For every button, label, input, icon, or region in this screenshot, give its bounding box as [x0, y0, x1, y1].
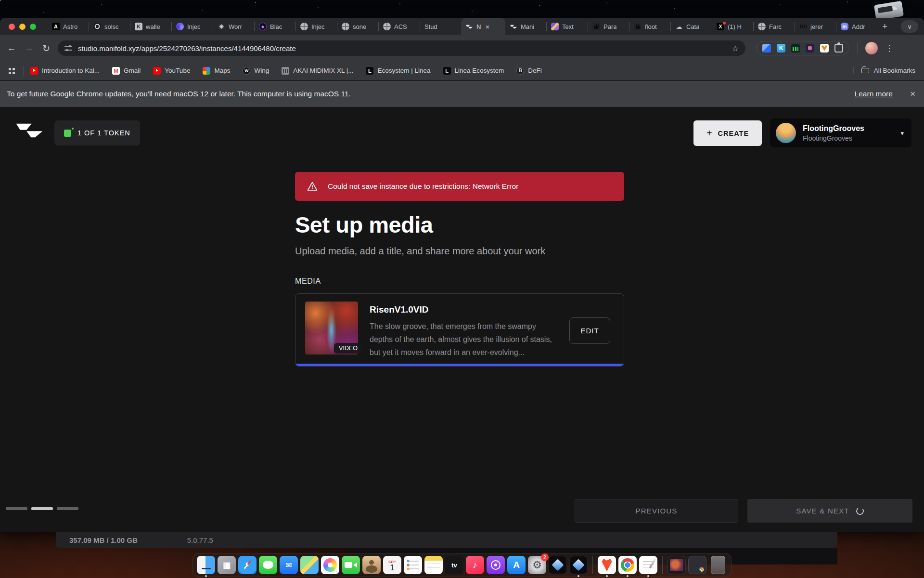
save-next-button[interactable]: SAVE & NEXT: [747, 499, 912, 523]
dock-chrome[interactable]: [618, 556, 637, 574]
bookmark-star-icon[interactable]: ☆: [732, 44, 739, 53]
tab-solsc[interactable]: solsc: [89, 18, 130, 35]
forward-icon[interactable]: →: [20, 43, 38, 53]
site-settings-icon[interactable]: [64, 44, 72, 52]
contacts-icon: [362, 556, 381, 574]
dock-safari[interactable]: [238, 556, 257, 574]
kaito-extension-icon[interactable]: [777, 44, 785, 53]
tab-blac[interactable]: ◆Blac: [255, 18, 295, 35]
tab-title: floot: [645, 23, 657, 30]
dock-window-dark[interactable]: [688, 556, 706, 574]
maps-icon: [300, 556, 319, 574]
chrome-menu-icon[interactable]: ⋮: [885, 43, 894, 53]
dock-finder[interactable]: [197, 556, 215, 574]
apps-grid-icon[interactable]: [8, 67, 15, 75]
create-button[interactable]: + CREATE: [693, 120, 762, 146]
media-description: The slow groove, that emerges from the s…: [370, 320, 560, 359]
navy-extension-icon[interactable]: [806, 44, 814, 53]
chart-extension-icon[interactable]: [791, 44, 800, 53]
media-card[interactable]: VIDEO RisenV1.0VID The slow groove, that…: [295, 293, 624, 367]
tab-search-button[interactable]: ∨: [901, 20, 918, 33]
reload-icon[interactable]: ↻: [38, 43, 55, 54]
previous-button[interactable]: PREVIOUS: [575, 499, 738, 523]
dock-uad-plugin-2[interactable]: [569, 556, 588, 574]
bookmark-maps[interactable]: Maps: [203, 67, 230, 75]
tab-worr[interactable]: ☀Worr: [213, 18, 254, 35]
dock-maps[interactable]: [300, 556, 319, 574]
dock-app-store[interactable]: A: [507, 556, 526, 574]
background-app-window[interactable]: 357.09 MB / 1.00 GB 5.0.77.5: [56, 532, 837, 548]
tab-text[interactable]: Text: [547, 18, 588, 35]
learn-more-link[interactable]: Learn more: [855, 90, 893, 98]
metamask-extension-icon[interactable]: [820, 44, 829, 53]
manifold-logo[interactable]: [14, 121, 44, 140]
dock-mail[interactable]: ✉: [280, 556, 298, 574]
dock-trash[interactable]: [709, 556, 727, 574]
dock-photos[interactable]: [321, 556, 339, 574]
bookmark-introduction-to-kal[interactable]: Introduction to Kal...: [30, 67, 100, 75]
tab-sone[interactable]: sone: [337, 18, 378, 35]
window-controls: [9, 24, 36, 30]
tab-cata[interactable]: ☁Cata: [671, 18, 712, 35]
dock-launchpad[interactable]: ▦: [218, 556, 236, 574]
tab-injec[interactable]: Injec: [296, 18, 337, 35]
tab-jerer[interactable]: jerer: [795, 18, 836, 35]
bookmark-defi[interactable]: BDeFi: [516, 67, 542, 75]
tab-para[interactable]: Para: [588, 18, 629, 35]
bookmark-label: Introduction to Kal...: [42, 67, 100, 74]
profile-avatar[interactable]: [865, 42, 878, 54]
tab-n[interactable]: N×: [461, 18, 505, 35]
media-thumbnail[interactable]: VIDEO: [305, 302, 358, 355]
url-text[interactable]: studio.manifold.xyz/apps/2524270263/inst…: [78, 44, 296, 53]
bookmark-ecosystem-linea[interactable]: LEcosystem | Linea: [366, 67, 430, 75]
dock-podcasts[interactable]: [487, 556, 505, 574]
bookmark-akai-midimix-xl[interactable]: AKAI MIDIMIX XL |...: [282, 67, 353, 75]
bookmark-linea-ecosystem[interactable]: LLinea Ecosystem: [443, 67, 504, 75]
bookmark-wing[interactable]: wWing: [243, 67, 269, 75]
dock-uad-plugin-1[interactable]: [549, 556, 567, 574]
edit-button[interactable]: EDIT: [569, 317, 610, 344]
launchpad-icon: ▦: [218, 556, 236, 574]
close-tab-icon[interactable]: ×: [485, 23, 489, 31]
dock-facetime[interactable]: [342, 556, 360, 574]
bookmark-gmail[interactable]: MGmail: [112, 67, 141, 75]
tab-mani[interactable]: Mani: [505, 18, 546, 35]
all-bookmarks-button[interactable]: All Bookmarks: [853, 67, 915, 74]
pencil-extension-icon[interactable]: [762, 44, 771, 53]
tab-farc[interactable]: Farc: [754, 18, 795, 35]
close-window-button[interactable]: [9, 24, 15, 30]
chevron-down-icon: ▾: [900, 130, 904, 137]
new-tab-button[interactable]: +: [882, 21, 887, 32]
tab-addr[interactable]: mAddr: [836, 18, 877, 35]
extensions-puzzle-icon[interactable]: [834, 44, 843, 53]
tab-1-h[interactable]: X(1) H: [712, 18, 753, 35]
hand-favicon: [592, 23, 600, 30]
dock-music[interactable]: ♪: [466, 556, 484, 574]
dock-apple-tv[interactable]: tv: [445, 556, 463, 574]
bookmark-youtube[interactable]: YouTube: [153, 67, 190, 75]
dock-calendar[interactable]: SEP1: [383, 556, 401, 574]
tab-injec[interactable]: Injec: [172, 18, 213, 35]
tab-stud[interactable]: Stud: [420, 18, 461, 35]
tab-title: sone: [353, 23, 366, 30]
dock-reminders[interactable]: [404, 556, 422, 574]
account-menu[interactable]: FlootingGrooves FlootingGrooves ▾: [770, 118, 911, 147]
zoom-window-button[interactable]: [30, 24, 36, 30]
tab-floot[interactable]: floot: [629, 18, 670, 35]
banner-close-icon[interactable]: ×: [910, 89, 915, 99]
dock-brave[interactable]: [598, 556, 616, 574]
dock-contacts[interactable]: [362, 556, 381, 574]
tab-acs[interactable]: ACS: [379, 18, 420, 35]
minimize-window-button[interactable]: [19, 24, 26, 30]
tab-astro[interactable]: AAstro: [48, 18, 89, 35]
dock-system-settings[interactable]: ⚙2: [528, 556, 546, 574]
tab-walle[interactable]: Kwalle: [130, 18, 171, 35]
bookmark-label: DeFi: [528, 67, 542, 74]
dock-notes[interactable]: [424, 556, 443, 574]
dock-messages[interactable]: [259, 556, 277, 574]
hand-favicon: [634, 23, 642, 30]
dock-textedit[interactable]: [639, 556, 657, 574]
back-icon[interactable]: ←: [3, 43, 20, 53]
address-bar[interactable]: studio.manifold.xyz/apps/2524270263/inst…: [58, 40, 745, 56]
dock-window-video[interactable]: [667, 556, 686, 574]
